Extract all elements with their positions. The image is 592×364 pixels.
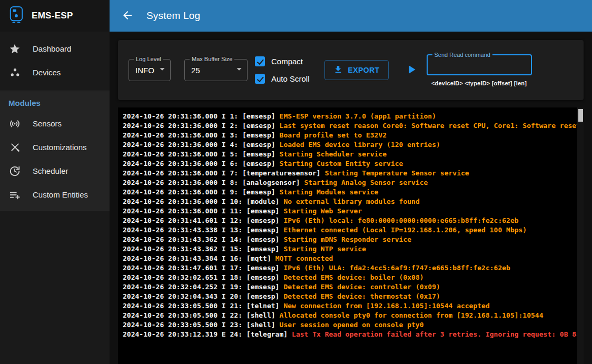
checkbox-checked-icon	[255, 56, 265, 66]
log-line: 2024-10-26 20:31:36.000 I 6: [emsesp]Sta…	[123, 159, 575, 169]
checkbox-checked-icon	[255, 74, 265, 84]
log-line: 2024-10-26 20:31:36.000 I 10: [module]No…	[123, 197, 575, 206]
log-line: 2024-10-26 20:31:36.000 I 11: [emsesp]St…	[123, 206, 575, 216]
log-level-select[interactable]: Log Level INFO	[129, 59, 171, 81]
sidebar-item-label: Devices	[33, 68, 61, 77]
sensors-icon	[8, 118, 21, 130]
appbar: System Log	[110, 0, 592, 32]
send-read-group: Send Read command <deviceID> <typeID> [o…	[427, 54, 532, 86]
log-line: 2024-10-26 20:33:12.319 E 24: [telegram]…	[123, 330, 575, 339]
log-line: 2024-10-26 20:32:02.651 I 18: [emsesp]De…	[123, 273, 575, 282]
log-output[interactable]: 2024-10-26 20:31:36.000 I 1: [emsesp]EMS…	[118, 107, 584, 364]
log-line: 2024-10-26 20:31:36.000 I 8: [analogsens…	[123, 178, 575, 188]
sidebar-item-dashboard[interactable]: Dashboard	[0, 37, 110, 61]
main-area: System Log Log Level INFO Max Buffer Siz…	[110, 0, 592, 364]
clock-update-icon	[8, 165, 21, 177]
log-line: 2024-10-26 20:33:05.500 I 23: [shell]Use…	[123, 320, 575, 330]
devices-icon	[8, 67, 21, 78]
log-line: 2024-10-26 20:31:36.000 I 4: [emsesp]Loa…	[123, 140, 575, 150]
max-buffer-size-value: 25	[191, 66, 233, 75]
chevron-down-icon	[233, 63, 245, 77]
log-line: 2024-10-26 20:31:36.000 I 7: [temperatur…	[123, 169, 575, 178]
back-button[interactable]	[119, 7, 136, 25]
chevron-down-icon	[156, 63, 168, 77]
scrollbar-thumb[interactable]	[578, 109, 583, 122]
send-read-input[interactable]: Send Read command	[427, 54, 532, 75]
tools-icon	[8, 142, 21, 153]
ems-esp-app: EMS-ESP Dashboard Devices Modules	[0, 0, 592, 364]
export-button[interactable]: EXPORT	[324, 60, 389, 80]
sidebar-nav: Dashboard Devices	[0, 32, 110, 91]
sidebar-item-label: Sensors	[33, 119, 62, 128]
sidebar-item-sensors[interactable]: Sensors	[0, 112, 110, 135]
page-title: System Log	[146, 10, 200, 22]
log-line: 2024-10-26 20:31:47.601 I 17: [emsesp]IP…	[123, 263, 575, 273]
log-line: 2024-10-26 20:31:36.000 I 5: [emsesp]Sta…	[123, 150, 575, 159]
log-line: 2024-10-26 20:31:36.000 I 3: [emsesp]Boa…	[123, 131, 575, 140]
send-read-play-button[interactable]	[402, 61, 420, 80]
sidebar-item-scheduler[interactable]: Scheduler	[0, 159, 110, 183]
sidebar: EMS-ESP Dashboard Devices Modules	[0, 0, 110, 364]
max-buffer-size-select[interactable]: Max Buffer Size 25	[184, 59, 248, 81]
sidebar-item-label: Customizations	[33, 143, 87, 152]
log-line: 2024-10-26 20:31:36.000 I 2: [emsesp]Las…	[123, 121, 575, 131]
app-logo-icon	[8, 6, 24, 26]
export-button-label: EXPORT	[348, 66, 380, 74]
log-line: 2024-10-26 20:31:43.362 I 14: [emsesp]St…	[123, 235, 575, 244]
compact-checkbox[interactable]: Compact	[255, 56, 310, 66]
modules-header: Modules	[0, 92, 110, 112]
arrow-left-icon	[121, 9, 134, 23]
log-scrollbar[interactable]	[577, 107, 584, 364]
app-title: EMS-ESP	[32, 11, 73, 21]
log-line: 2024-10-26 20:31:43.338 I 13: [emsesp]Et…	[123, 225, 575, 235]
download-icon	[333, 65, 343, 76]
log-line: 2024-10-26 20:33:05.500 I 21: [telnet]Ne…	[123, 301, 575, 311]
log-line: 2024-10-26 20:32:04.252 I 19: [emsesp]De…	[123, 282, 575, 292]
star-icon	[8, 43, 21, 55]
auto-scroll-label: Auto Scroll	[271, 74, 310, 83]
log-line: 2024-10-26 20:33:05.500 I 22: [shell]All…	[123, 311, 575, 320]
max-buffer-size-label: Max Buffer Size	[190, 55, 234, 63]
playlist-add-icon	[8, 189, 21, 201]
sidebar-item-label: Scheduler	[33, 166, 68, 175]
send-read-helper: <deviceID> <typeID> [offset] [len]	[427, 80, 532, 86]
play-icon	[404, 63, 418, 78]
app-logo-row: EMS-ESP	[0, 0, 110, 32]
log-level-label: Log Level	[134, 55, 163, 63]
compact-label: Compact	[271, 57, 303, 66]
log-level-value: INFO	[135, 66, 156, 75]
auto-scroll-checkbox[interactable]: Auto Scroll	[255, 74, 310, 84]
log-line: 2024-10-26 20:31:43.362 I 15: [emsesp]St…	[123, 244, 575, 254]
log-line: 2024-10-26 20:31:41.601 I 12: [emsesp]IP…	[123, 216, 575, 225]
content: Log Level INFO Max Buffer Size 25	[110, 32, 592, 364]
send-read-label: Send Read command	[432, 51, 492, 58]
sidebar-item-customizations[interactable]: Customizations	[0, 135, 110, 159]
log-line: 2024-10-26 20:31:36.000 I 1: [emsesp]EMS…	[123, 112, 575, 121]
sidebar-item-custom-entities[interactable]: Custom Entities	[0, 183, 110, 206]
log-line: 2024-10-26 20:31:43.384 I 16: [mqtt]MQTT…	[123, 254, 575, 263]
sidebar-item-devices[interactable]: Devices	[0, 61, 110, 84]
log-controls-card: Log Level INFO Max Buffer Size 25	[118, 40, 584, 100]
sidebar-item-label: Dashboard	[33, 44, 71, 53]
checkbox-group: Compact Auto Scroll	[255, 56, 310, 84]
modules-section: Modules Sensors Customization	[0, 91, 110, 211]
sidebar-item-label: Custom Entities	[33, 190, 88, 199]
log-line: 2024-10-26 20:32:04.343 I 20: [emsesp]De…	[123, 292, 575, 301]
log-line: 2024-10-26 20:31:36.000 I 9: [emsesp]Sta…	[123, 188, 575, 197]
